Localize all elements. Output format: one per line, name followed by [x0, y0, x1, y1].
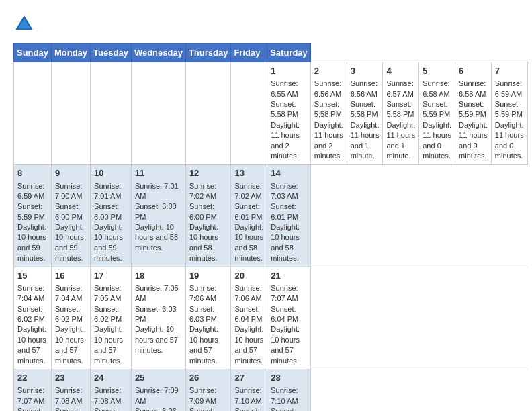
- calendar-cell: 22Sunrise: 7:07 AMSunset: 6:05 PMDayligh…: [14, 369, 52, 411]
- day-number: 14: [271, 167, 307, 179]
- week-row-2: 8Sunrise: 6:59 AMSunset: 5:59 PMDaylight…: [14, 165, 528, 267]
- weekday-header-thursday: Thursday: [185, 44, 231, 62]
- weekday-header-tuesday: Tuesday: [91, 44, 132, 62]
- day-number: 28: [271, 372, 307, 384]
- day-number: 21: [271, 270, 307, 282]
- calendar-cell: [14, 62, 52, 165]
- calendar-cell: 8Sunrise: 6:59 AMSunset: 5:59 PMDaylight…: [14, 165, 52, 267]
- calendar-cell: 9Sunrise: 7:00 AMSunset: 6:00 PMDaylight…: [51, 165, 90, 267]
- calendar-cell: 17Sunrise: 7:05 AMSunset: 6:02 PMDayligh…: [91, 267, 132, 369]
- calendar-cell: 14Sunrise: 7:03 AMSunset: 6:01 PMDayligh…: [267, 165, 311, 267]
- day-number: 18: [135, 270, 182, 282]
- day-number: 10: [94, 167, 128, 179]
- day-number: 26: [189, 372, 228, 384]
- day-number: 2: [314, 65, 343, 77]
- calendar-cell: 10Sunrise: 7:01 AMSunset: 6:00 PMDayligh…: [91, 165, 132, 267]
- logo: [13, 13, 38, 35]
- day-number: 16: [55, 270, 87, 282]
- calendar-cell: 27Sunrise: 7:10 AMSunset: 6:07 PMDayligh…: [231, 369, 267, 411]
- weekday-header-friday: Friday: [231, 44, 267, 62]
- day-number: 12: [189, 167, 228, 179]
- calendar-cell: 1Sunrise: 6:55 AMSunset: 5:58 PMDaylight…: [267, 62, 311, 165]
- calendar-cell: [131, 62, 185, 165]
- day-number: 1: [271, 65, 307, 77]
- calendar-cell: [231, 62, 267, 165]
- day-number: 3: [351, 65, 380, 77]
- day-number: 4: [386, 65, 415, 77]
- day-number: 22: [17, 372, 48, 384]
- calendar-cell: 6Sunrise: 6:58 AMSunset: 5:59 PMDaylight…: [455, 62, 492, 165]
- calendar-cell: 18Sunrise: 7:05 AMSunset: 6:03 PMDayligh…: [131, 267, 185, 369]
- weekday-header-wednesday: Wednesday: [131, 44, 185, 62]
- day-number: 13: [234, 167, 263, 179]
- weekday-header-saturday: Saturday: [267, 44, 311, 62]
- logo-icon: [13, 13, 35, 35]
- calendar-cell: 4Sunrise: 6:57 AMSunset: 5:58 PMDaylight…: [383, 62, 419, 165]
- calendar-cell: 7Sunrise: 6:59 AMSunset: 5:59 PMDaylight…: [491, 62, 527, 165]
- day-number: 24: [94, 372, 128, 384]
- calendar-cell: 15Sunrise: 7:04 AMSunset: 6:02 PMDayligh…: [14, 267, 52, 369]
- calendar-cell: 20Sunrise: 7:06 AMSunset: 6:04 PMDayligh…: [231, 267, 267, 369]
- weekday-header-sunday: Sunday: [14, 44, 52, 62]
- day-number: 6: [459, 65, 488, 77]
- day-number: 9: [55, 167, 87, 179]
- day-number: 15: [17, 270, 48, 282]
- day-number: 8: [17, 167, 48, 179]
- calendar-table: SundayMondayTuesdayWednesdayThursdayFrid…: [13, 43, 528, 411]
- calendar-cell: 26Sunrise: 7:09 AMSunset: 6:07 PMDayligh…: [185, 369, 231, 411]
- calendar-cell: 24Sunrise: 7:08 AMSunset: 6:06 PMDayligh…: [91, 369, 132, 411]
- page-container: SundayMondayTuesdayWednesdayThursdayFrid…: [13, 13, 519, 411]
- calendar-cell: 19Sunrise: 7:06 AMSunset: 6:03 PMDayligh…: [185, 267, 231, 369]
- day-number: 27: [234, 372, 263, 384]
- day-number: 19: [189, 270, 228, 282]
- week-row-1: 1Sunrise: 6:55 AMSunset: 5:58 PMDaylight…: [14, 62, 528, 165]
- calendar-cell: 23Sunrise: 7:08 AMSunset: 6:05 PMDayligh…: [51, 369, 90, 411]
- calendar-cell: [51, 62, 90, 165]
- day-number: 11: [135, 167, 182, 179]
- calendar-cell: 3Sunrise: 6:56 AMSunset: 5:58 PMDaylight…: [347, 62, 383, 165]
- calendar-cell: 13Sunrise: 7:02 AMSunset: 6:01 PMDayligh…: [231, 165, 267, 267]
- day-number: 7: [495, 65, 524, 77]
- day-number: 23: [55, 372, 87, 384]
- day-number: 25: [135, 372, 182, 384]
- week-row-4: 22Sunrise: 7:07 AMSunset: 6:05 PMDayligh…: [14, 369, 528, 411]
- calendar-cell: 16Sunrise: 7:04 AMSunset: 6:02 PMDayligh…: [51, 267, 90, 369]
- calendar-cell: 2Sunrise: 6:56 AMSunset: 5:58 PMDaylight…: [310, 62, 347, 165]
- calendar-cell: 25Sunrise: 7:09 AMSunset: 6:06 PMDayligh…: [131, 369, 185, 411]
- day-number: 20: [234, 270, 263, 282]
- calendar-cell: 21Sunrise: 7:07 AMSunset: 6:04 PMDayligh…: [267, 267, 311, 369]
- week-row-3: 15Sunrise: 7:04 AMSunset: 6:02 PMDayligh…: [14, 267, 528, 369]
- weekday-header-monday: Monday: [51, 44, 90, 62]
- calendar-cell: 5Sunrise: 6:58 AMSunset: 5:59 PMDaylight…: [419, 62, 455, 165]
- calendar-cell: 12Sunrise: 7:02 AMSunset: 6:00 PMDayligh…: [185, 165, 231, 267]
- weekday-header-row: SundayMondayTuesdayWednesdayThursdayFrid…: [14, 44, 528, 62]
- day-number: 17: [94, 270, 128, 282]
- calendar-cell: 28Sunrise: 7:10 AMSunset: 6:08 PMDayligh…: [267, 369, 311, 411]
- day-number: 5: [423, 65, 451, 77]
- calendar-cell: 11Sunrise: 7:01 AMSunset: 6:00 PMDayligh…: [131, 165, 185, 267]
- calendar-cell: [185, 62, 231, 165]
- header: [13, 13, 519, 35]
- calendar-cell: [91, 62, 132, 165]
